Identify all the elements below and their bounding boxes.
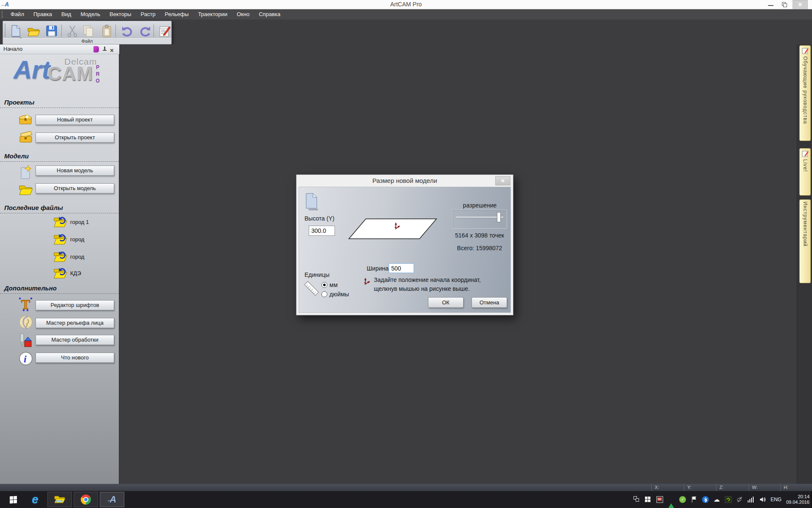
sync-ok-icon[interactable]: ✓	[679, 496, 686, 503]
file-explorer-button[interactable]	[47, 492, 72, 507]
google-drive-icon[interactable]	[668, 496, 675, 503]
notes-icon[interactable]	[158, 24, 171, 38]
new-model-icon[interactable]	[18, 163, 34, 179]
width-input[interactable]	[389, 263, 414, 273]
recent-file-label[interactable]: город	[70, 254, 84, 260]
recent-file-label[interactable]: город 1	[70, 219, 89, 225]
menu-file[interactable]: Файл	[6, 9, 29, 19]
windows-tray-icon[interactable]	[645, 496, 652, 503]
save-icon[interactable]	[45, 24, 58, 38]
recent-file-label[interactable]: КДЭ	[70, 270, 81, 276]
new-document-icon[interactable]	[9, 24, 22, 38]
pin-icon[interactable]	[102, 46, 108, 52]
whats-new-icon[interactable]: i	[18, 351, 34, 367]
face-wizard-icon[interactable]	[18, 314, 34, 330]
dialog-body: Высота (Y) разрешение 5164 x 3098 точек …	[299, 187, 511, 313]
open-project-button[interactable]: Открыть проект	[36, 133, 114, 143]
machining-wizard-button[interactable]: Мастер обработки	[36, 335, 114, 345]
open-file-icon[interactable]	[27, 24, 40, 38]
recent-file-icon[interactable]	[53, 215, 69, 228]
face-wizard-button[interactable]: Мастер рельефа лица	[36, 318, 114, 328]
slider-track[interactable]	[456, 217, 503, 218]
menu-view[interactable]: Вид	[57, 9, 76, 19]
menu-window[interactable]: Окно	[232, 9, 254, 19]
height-label: Высота (Y)	[304, 215, 335, 222]
ruler-icon	[303, 279, 320, 298]
redo-icon[interactable]	[138, 24, 152, 38]
screen-capture-icon[interactable]: SC	[656, 496, 663, 503]
show-desktop-button[interactable]	[810, 491, 812, 508]
chrome-button[interactable]	[74, 492, 98, 507]
bluetooth-icon[interactable]	[702, 496, 709, 503]
new-project-chest-icon[interactable]	[18, 110, 34, 127]
unit-mm-radio[interactable]	[321, 282, 327, 288]
menu-bitmap[interactable]: Растр	[136, 9, 160, 19]
clock-time: 20:14	[786, 494, 809, 500]
unit-inches-label[interactable]: дюймы	[329, 291, 349, 298]
logo-art: Art	[14, 55, 50, 84]
machining-wizard-icon[interactable]	[18, 332, 34, 348]
recent-file-icon[interactable]	[53, 249, 69, 263]
action-center-icon[interactable]	[691, 496, 697, 503]
network-signal-icon[interactable]	[748, 497, 754, 502]
panel-close-icon[interactable]	[110, 46, 116, 52]
origin-hint-line1: Задайте положение начала координат,	[374, 276, 481, 283]
recent-file-icon[interactable]	[53, 232, 69, 246]
toolbar-separator	[154, 25, 154, 37]
start-button[interactable]	[1, 492, 25, 507]
menu-edit[interactable]: Правка	[29, 9, 57, 19]
recent-file-label[interactable]: город	[70, 236, 84, 243]
recent-file-icon[interactable]	[53, 266, 69, 279]
tab-live[interactable]: Live!	[799, 148, 811, 196]
tab-toolbox[interactable]: Инструментарий	[799, 199, 811, 283]
dialog-close-button[interactable]	[495, 176, 510, 185]
right-tab-strip: Обучающие руководства Live! Инструментар…	[797, 44, 812, 484]
tab-tutorials[interactable]: Обучающие руководства	[799, 45, 811, 141]
satellite-icon[interactable]	[736, 496, 743, 503]
section-recent-files: Последние файлы	[4, 204, 63, 211]
open-model-button[interactable]: Открыть модель	[36, 183, 114, 193]
system-tray: SC ✓ ☁ ENG 20:14 09.04.2016	[634, 491, 809, 508]
section-models: Модели	[4, 152, 29, 160]
language-indicator[interactable]: ENG	[771, 497, 782, 502]
undo-icon[interactable]	[121, 24, 134, 38]
cancel-button[interactable]: Отмена	[472, 297, 507, 308]
panel-body: Delcam Art CAM PRO Проекты Новый проект …	[0, 54, 119, 484]
unit-inches-radio[interactable]	[321, 291, 327, 297]
unit-mm-label[interactable]: мм	[329, 282, 337, 288]
open-project-chest-icon[interactable]	[18, 129, 34, 145]
paste-icon	[100, 24, 114, 38]
divider	[0, 161, 119, 162]
close-button[interactable]	[793, 0, 808, 9]
new-model-button[interactable]: Новая модель	[36, 166, 114, 176]
whats-new-button[interactable]: Что нового	[36, 353, 114, 363]
onedrive-icon[interactable]: ☁	[713, 496, 720, 503]
ok-button[interactable]: ОК	[428, 297, 464, 308]
open-model-icon[interactable]	[18, 181, 34, 197]
resolution-slider[interactable]	[452, 210, 507, 229]
resolution-label: разрешение	[451, 202, 508, 209]
restore-button[interactable]	[779, 0, 790, 9]
divider	[0, 213, 119, 213]
minimize-button[interactable]	[765, 0, 776, 9]
slider-handle[interactable]	[497, 212, 501, 222]
new-project-button[interactable]: Новый проект	[36, 115, 114, 125]
menu-toolpaths[interactable]: Траектории	[193, 9, 232, 19]
help-book-icon[interactable]	[93, 46, 100, 52]
artcam-taskbar-button[interactable]: A	[100, 492, 124, 507]
toolbar-separator	[115, 25, 116, 37]
clock[interactable]: 20:14 09.04.2016	[786, 494, 809, 505]
volume-icon[interactable]	[759, 496, 766, 503]
menu-help[interactable]: Справка	[254, 9, 285, 19]
font-editor-icon[interactable]: T	[18, 296, 34, 312]
internet-explorer-button[interactable]: e	[23, 492, 47, 507]
height-input[interactable]	[309, 226, 335, 236]
new-document-icon	[304, 193, 321, 213]
toolbar-file-group: Файл	[3, 21, 172, 44]
menu-vectors[interactable]: Векторы	[105, 9, 136, 19]
menu-reliefs[interactable]: Рельефы	[160, 9, 194, 19]
nvidia-icon[interactable]	[725, 496, 732, 503]
font-editor-button[interactable]: Редактор шрифтов	[36, 300, 114, 310]
hidden-icons-icon[interactable]	[634, 496, 640, 503]
menu-model[interactable]: Модель	[76, 9, 105, 19]
